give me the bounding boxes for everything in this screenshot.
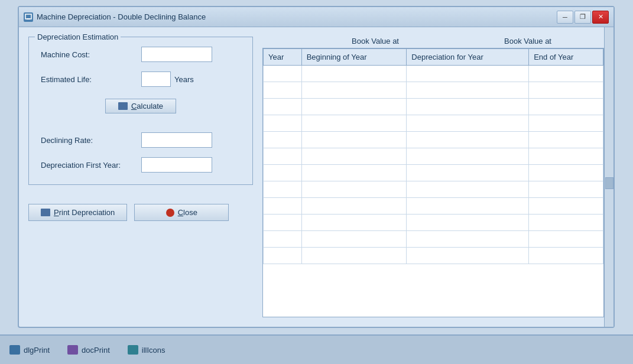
table-cell xyxy=(301,231,407,248)
machine-cost-row: Machine Cost: xyxy=(41,47,241,62)
table-cell xyxy=(407,181,529,198)
table-row xyxy=(264,115,603,132)
table-row xyxy=(264,198,603,214)
table-row xyxy=(264,231,603,248)
taskbar-item-docprint[interactable]: docPrint xyxy=(67,345,110,355)
table-cell xyxy=(264,198,302,214)
table-cell xyxy=(529,66,603,82)
table-cell xyxy=(529,132,603,148)
calculate-label: Calculate xyxy=(131,102,163,110)
title-buttons: ─ ❐ ✕ xyxy=(557,11,609,24)
taskbar-item-illicons[interactable]: illIcons xyxy=(128,345,165,355)
scrollbar-thumb[interactable] xyxy=(605,177,613,189)
table-cell xyxy=(529,248,603,264)
main-area: Depreciation Estimation Machine Cost: Es… xyxy=(28,37,604,317)
table-cell xyxy=(264,214,302,231)
table-cell xyxy=(264,99,302,115)
table-cell xyxy=(407,198,529,214)
close-window-button[interactable]: ✕ xyxy=(592,11,609,24)
taskbar: dlgPrint docPrint illIcons xyxy=(0,334,633,364)
table-cell xyxy=(264,132,302,148)
illicons-label: illIcons xyxy=(142,346,165,355)
calculate-row: Calculate xyxy=(41,96,241,123)
machine-cost-input[interactable] xyxy=(141,47,212,62)
table-cell xyxy=(529,231,603,248)
table-cell xyxy=(529,115,603,132)
table-cell xyxy=(264,82,302,99)
depreciation-table: Year Beginning of Year Depreciation for … xyxy=(263,48,603,264)
table-cell xyxy=(407,148,529,165)
vertical-scrollbar[interactable] xyxy=(604,27,613,327)
table-row xyxy=(264,82,603,99)
table-cell xyxy=(301,148,407,165)
table-cell xyxy=(301,82,407,99)
svg-rect-0 xyxy=(25,14,31,19)
table-row xyxy=(264,165,603,181)
table-cell xyxy=(407,165,529,181)
table-cell xyxy=(301,115,407,132)
print-label: Print Depreciation xyxy=(54,208,115,217)
window-title: Machine Depreciation - Double Declining … xyxy=(37,12,206,21)
bottom-buttons: Print Depreciation Close xyxy=(28,204,253,221)
table-cell xyxy=(407,115,529,132)
table-cell xyxy=(529,148,603,165)
table-cell xyxy=(407,248,529,264)
estimated-life-row: Estimated Life: Years xyxy=(41,72,241,87)
depreciation-first-year-row: Depreciation First Year: xyxy=(41,157,241,173)
table-cell xyxy=(301,198,407,214)
declining-rate-row: Declining Rate: xyxy=(41,132,241,148)
table-cell xyxy=(529,165,603,181)
table-cell xyxy=(264,115,302,132)
title-bar: Machine Depreciation - Double Declining … xyxy=(19,7,613,27)
svg-rect-1 xyxy=(27,18,30,20)
calculate-icon xyxy=(118,102,128,110)
estimated-life-label: Estimated Life: xyxy=(41,75,141,84)
table-cell xyxy=(264,248,302,264)
table-cell xyxy=(407,231,529,248)
right-panel: Book Value at Book Value at Year Beginni… xyxy=(262,37,604,317)
declining-rate-input[interactable] xyxy=(141,132,212,148)
estimated-life-input[interactable] xyxy=(141,72,171,87)
table-cell xyxy=(407,66,529,82)
years-label: Years xyxy=(174,75,194,84)
machine-cost-label: Machine Cost: xyxy=(41,50,141,59)
estimation-group: Depreciation Estimation Machine Cost: Es… xyxy=(28,37,253,185)
dlgprint-icon xyxy=(9,345,20,355)
table-cell xyxy=(529,99,603,115)
table-cell xyxy=(264,231,302,248)
table-cell xyxy=(301,99,407,115)
table-body xyxy=(264,66,603,264)
table-cell xyxy=(407,132,529,148)
depreciation-first-year-input[interactable] xyxy=(141,157,212,173)
table-cell xyxy=(529,214,603,231)
table-row xyxy=(264,148,603,165)
col-year-header: Year xyxy=(264,49,302,66)
taskbar-item-dlgprint[interactable]: dlgPrint xyxy=(9,345,50,355)
group-legend: Depreciation Estimation xyxy=(35,32,121,41)
table-cell xyxy=(301,248,407,264)
table-cell xyxy=(407,82,529,99)
table-wrapper: Year Beginning of Year Depreciation for … xyxy=(262,48,604,317)
table-row xyxy=(264,132,603,148)
illicons-icon xyxy=(128,345,138,355)
window-content: Depreciation Estimation Machine Cost: Es… xyxy=(19,27,613,327)
book-value-left-label: Book Value at xyxy=(299,37,452,48)
restore-button[interactable]: ❐ xyxy=(574,11,591,24)
table-row xyxy=(264,214,603,231)
table-cell xyxy=(264,66,302,82)
table-row xyxy=(264,248,603,264)
print-depreciation-button[interactable]: Print Depreciation xyxy=(28,204,127,221)
calculate-button[interactable]: Calculate xyxy=(105,99,176,113)
table-cell xyxy=(264,165,302,181)
window-icon xyxy=(24,12,33,22)
minimize-button[interactable]: ─ xyxy=(557,11,573,24)
table-cell xyxy=(407,214,529,231)
dlgprint-label: dlgPrint xyxy=(24,346,50,355)
close-label: Close xyxy=(178,208,197,217)
table-cell xyxy=(264,181,302,198)
close-button[interactable]: Close xyxy=(134,204,229,221)
title-bar-left: Machine Depreciation - Double Declining … xyxy=(24,12,206,22)
table-cell xyxy=(301,165,407,181)
left-panel: Depreciation Estimation Machine Cost: Es… xyxy=(28,37,253,317)
print-icon xyxy=(41,209,50,216)
